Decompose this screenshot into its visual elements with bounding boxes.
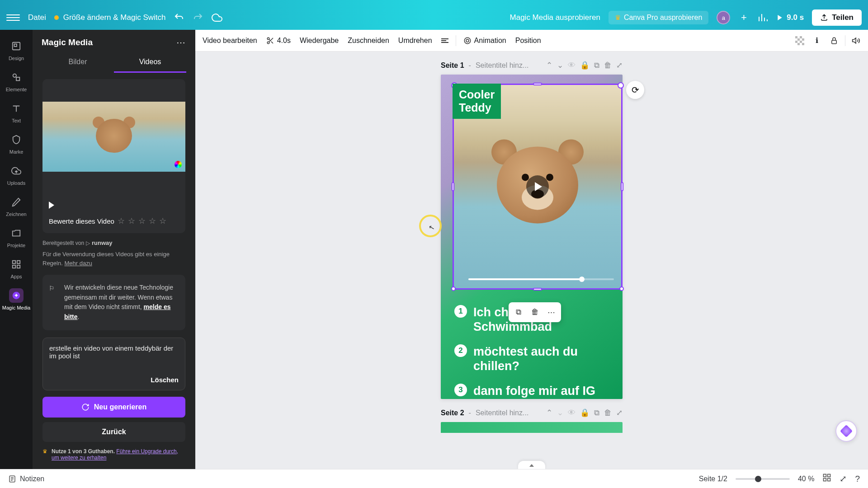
rail-design[interactable]: Design [0,36,33,64]
page-delete-button[interactable]: 🗑 [604,61,612,70]
page-2-title-input[interactable]: Seitentitel hinz... [476,409,528,417]
crown-icon: ♛ [615,14,621,22]
star-4[interactable]: ☆ [149,216,156,226]
assistant-button[interactable] [835,420,857,442]
page-down-button[interactable]: ⌄ [557,408,563,418]
list-number-2: 2 [454,344,467,357]
page-2-label: Seite 2 [441,409,464,417]
star-3[interactable]: ☆ [138,216,146,226]
align-button[interactable] [441,38,448,44]
star-1[interactable]: ☆ [118,216,125,226]
hamburger-menu-button[interactable] [6,11,20,24]
play-overlay-button[interactable] [526,175,549,198]
page-lock-button[interactable]: 🔒 [580,61,590,70]
tab-images[interactable]: Bilder [42,52,114,73]
tab-videos[interactable]: Videos [114,52,186,73]
resize-magic-switch-button[interactable]: Größe ändern & Magic Switch [54,13,166,22]
rail-brand[interactable]: Marke [0,130,33,157]
rail-elements[interactable]: Elemente [0,67,33,95]
transparency-button[interactable] [795,36,804,45]
fullscreen-button[interactable]: ⤢ [840,474,847,484]
flag-icon: ⚐ [49,284,55,294]
undo-button[interactable] [174,12,184,23]
info-button[interactable]: ℹ [812,36,821,45]
rail-apps[interactable]: Apps [0,254,33,282]
page-delete-button[interactable]: 🗑 [604,408,612,418]
title-text-box[interactable]: Cooler Teddy [453,84,501,119]
video-thumbnail[interactable] [42,102,185,172]
panel-more-button[interactable]: ⋯ [176,37,186,48]
present-button[interactable]: 9.0 s [776,13,804,22]
page-duplicate-button[interactable]: ⧉ [594,61,599,70]
playback-button[interactable]: Wiedergabe [300,37,339,45]
crop-button[interactable]: Zuschneiden [348,37,389,45]
clip-duration-button[interactable]: 4.0s [266,37,291,45]
page-2-canvas[interactable] [441,422,623,433]
user-avatar[interactable]: a [717,11,730,24]
magic-media-panel: Magic Media ⋯ Bilder Videos Bewerte dies… [33,30,195,469]
more-info-link[interactable]: Mehr dazu [64,260,92,267]
duplicate-button[interactable]: ⧉ [511,305,526,319]
timeline-expand-button[interactable] [518,461,545,469]
page-hide-button[interactable]: 👁 [568,61,576,70]
rate-label: Bewerte dieses Video [49,217,114,225]
video-scrubber[interactable] [468,278,614,280]
page-duplicate-button[interactable]: ⧉ [594,408,599,418]
star-5[interactable]: ☆ [159,216,166,226]
regenerate-icon [81,403,90,411]
zoom-level[interactable]: 40 % [798,475,814,483]
rail-draw[interactable]: Zeichnen [0,192,33,220]
regenerate-element-button[interactable]: ⟳ [626,81,644,99]
sparkle-icon [840,425,853,437]
cursor-highlight [419,215,442,237]
rail-projects[interactable]: Projekte [0,223,33,251]
redo-button[interactable] [193,12,203,23]
grid-view-button[interactable] [822,473,831,484]
canvas-area[interactable]: Video bearbeiten 4.0s Wiedergabe Zuschne… [195,30,868,469]
edit-video-button[interactable]: Video bearbeiten [203,37,257,45]
page-up-button[interactable]: ⌃ [546,408,552,418]
lock-button[interactable] [830,36,839,45]
page-title-input[interactable]: Seitentitel hinz... [476,61,528,70]
page-hide-button[interactable]: 👁 [568,408,576,418]
prompt-input[interactable]: erstelle ein video von einem teddybär de… [42,338,185,390]
page-expand-button[interactable]: ⤢ [616,61,623,70]
delete-button[interactable]: 🗑 [528,305,542,319]
insights-button[interactable] [757,12,768,23]
share-button[interactable]: Teilen [812,9,862,26]
file-menu[interactable]: Datei [28,13,46,22]
prompt-text[interactable]: erstelle ein video von einem teddybär de… [49,344,179,376]
animation-icon [463,37,472,45]
list-item[interactable]: 3 dann folge mir auf IG [454,384,613,398]
help-button[interactable]: ? [855,474,860,484]
generated-video-card[interactable]: Bewerte dieses Video ☆ ☆ ☆ ☆ ☆ [42,79,185,233]
add-collaborator-button[interactable]: + [738,12,749,23]
regenerate-button[interactable]: Neu generieren [42,397,185,418]
page-1-canvas[interactable]: ⟳ Cooler Teddy 1 Ich chilSchwimmbad 2 mö… [441,75,623,399]
page-down-button[interactable]: ⌄ [557,61,563,70]
notes-icon [8,475,16,483]
svg-point-10 [267,42,269,44]
svg-rect-25 [828,474,830,477]
animation-button[interactable]: Animation [463,37,506,45]
page-expand-button[interactable]: ⤢ [616,408,623,418]
notes-button[interactable]: Notizen [8,475,44,483]
rail-magic-media[interactable]: Magic Media [0,286,33,313]
play-icon[interactable] [49,202,54,209]
page-up-button[interactable]: ⌃ [546,61,552,70]
more-button[interactable]: ⋯ [544,305,558,319]
canva-pro-button[interactable]: ♛ Canva Pro ausprobieren [609,11,708,24]
zoom-slider[interactable] [736,478,790,480]
rail-uploads[interactable]: Uploads [0,161,33,188]
position-button[interactable]: Position [515,37,541,45]
magic-media-try-link[interactable]: Magic Media ausprobieren [510,13,600,22]
list-number-1: 1 [454,305,467,318]
flip-button[interactable]: Umdrehen [398,37,432,45]
page-lock-button[interactable]: 🔒 [580,408,590,418]
volume-button[interactable] [852,36,861,45]
list-item[interactable]: 2 möchtest auch du chillen? [454,344,613,374]
star-2[interactable]: ☆ [128,216,135,226]
clear-button[interactable]: Löschen [49,376,179,384]
rail-text[interactable]: Text [0,99,33,126]
back-button[interactable]: Zurück [42,422,185,442]
